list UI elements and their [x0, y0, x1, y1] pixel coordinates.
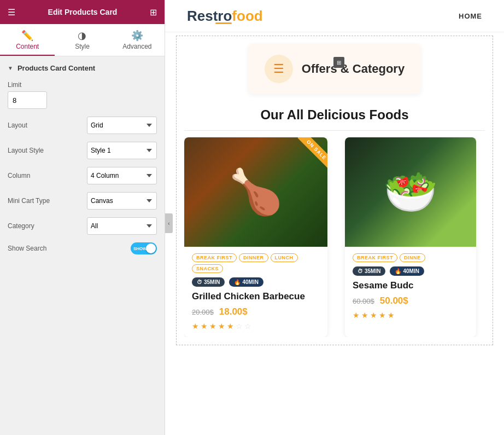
- on-sale-badge: ON SALE: [284, 137, 327, 181]
- product-meta-2: ⏱ 35MIN 🔥 40MIN: [353, 266, 468, 276]
- product-info-1: BREAK FIRST DINNER LUNCH SNACKS ⏱ 35MIN …: [184, 247, 327, 337]
- limit-field: Limit: [8, 81, 157, 109]
- layout-style-row: Layout Style Style 1 Style 2 Style 3: [8, 142, 157, 159]
- product-name-1: Grilled Chicken Barbecue: [192, 291, 320, 302]
- layout-label: Layout: [8, 121, 27, 129]
- product-stars-2: ★ ★ ★ ★ ★: [353, 311, 468, 320]
- offers-title: Offers & Category: [302, 62, 405, 76]
- column-row: Column 1 Column 2 Column 3 Column 4 Colu…: [8, 167, 157, 184]
- star-6-empty: ☆: [236, 322, 243, 330]
- panel-title: Edit Products Card: [48, 8, 118, 16]
- star-4: ★: [218, 322, 225, 330]
- tag-lunch: LUNCH: [271, 253, 298, 262]
- product-tags-1: BREAK FIRST DINNER LUNCH SNACKS: [192, 253, 320, 273]
- show-search-label: Show Search: [8, 245, 46, 252]
- offers-icon: ☰: [265, 55, 293, 83]
- collapse-arrow-icon: ‹: [168, 221, 169, 227]
- category-label: Category: [8, 222, 34, 230]
- section-main-title: Our All Delicious Foods: [184, 107, 485, 123]
- star-7-empty: ☆: [244, 322, 251, 330]
- section-toggle-arrow: ▼: [8, 65, 13, 71]
- section-divider: [184, 130, 485, 131]
- advanced-tab-label: Advanced: [122, 43, 151, 50]
- panel-content: ▼ Products Card Content Limit Layout Gri…: [0, 56, 165, 435]
- section-title: Products Card Content: [17, 64, 95, 72]
- tag-breakfirst-2: BREAK FIRST: [353, 253, 397, 262]
- star-2-1: ★: [353, 311, 360, 320]
- star-2-4: ★: [379, 311, 386, 320]
- column-label: Column: [8, 172, 30, 179]
- product-card-1: ON SALE BREAK FIRST DINNER LUNCH SNACKS …: [184, 137, 327, 337]
- price-new-1: 18.00$: [219, 306, 248, 317]
- product-stars-1: ★ ★ ★ ★ ★ ☆ ☆: [192, 322, 320, 330]
- time1-badge: ⏱ 35MIN: [192, 277, 225, 287]
- time2-badge: 🔥 40MIN: [229, 277, 263, 287]
- layout-row: Layout Grid List Masonry: [8, 117, 157, 134]
- limit-label: Limit: [8, 81, 157, 89]
- content-tab-label: Content: [16, 43, 39, 50]
- time1-badge-2: ⏱ 35MIN: [353, 266, 385, 276]
- list-icon: ☰: [273, 62, 284, 76]
- toggle-show-text: SHOW: [133, 246, 147, 251]
- panel-tabs: ✏️ Content ◑ Style ⚙️ Advanced: [0, 24, 165, 56]
- layout-style-select[interactable]: Style 1 Style 2 Style 3: [87, 142, 157, 159]
- star-2-3: ★: [370, 311, 377, 320]
- product-name-2: Sesame Budc: [353, 280, 468, 291]
- star-2: ★: [201, 322, 208, 330]
- product-tags-2: BREAK FIRST DINNE: [353, 253, 468, 262]
- panel-header: ☰ Edit Products Card ⊞: [0, 0, 165, 24]
- mini-cart-select[interactable]: Canvas Dropdown Modal: [87, 192, 157, 210]
- logo-text-1: Restro: [187, 8, 232, 24]
- layout-select[interactable]: Grid List Masonry: [87, 117, 157, 134]
- column-select[interactable]: 1 Column 2 Column 3 Column 4 Column: [87, 167, 157, 184]
- toggle-knob: [146, 243, 156, 253]
- price-new-2: 50.00$: [380, 295, 408, 306]
- limit-input[interactable]: [8, 91, 47, 109]
- tab-advanced[interactable]: ⚙️ Advanced: [110, 24, 165, 56]
- collapse-button[interactable]: ‹: [165, 213, 173, 233]
- mini-cart-label: Mini Cart Type: [8, 197, 50, 205]
- category-select[interactable]: All Dinner Lunch Breakfast: [87, 217, 157, 235]
- hamburger-icon[interactable]: ☰: [8, 7, 15, 18]
- right-panel: ⊞ Restrofood HOME ☰ Offers & Category Ou…: [165, 0, 504, 435]
- product-prices-1: 20.00$ 18.00$: [192, 306, 320, 317]
- time2-badge-2: 🔥 40MIN: [390, 266, 424, 276]
- elementor-move-handle[interactable]: ⊞: [333, 57, 344, 68]
- offers-card-wrap: ☰ Offers & Category: [184, 44, 485, 94]
- product-info-2: BREAK FIRST DINNE ⏱ 35MIN 🔥 40MIN Sesame…: [345, 247, 476, 326]
- product-image-2: [345, 137, 476, 247]
- star-1: ★: [192, 322, 199, 330]
- tag-snacks: SNACKS: [192, 264, 223, 273]
- tag-dinne-2: DINNE: [400, 253, 425, 262]
- on-sale-text: ON SALE: [297, 137, 327, 169]
- mini-cart-row: Mini Cart Type Canvas Dropdown Modal: [8, 192, 157, 210]
- layout-style-label: Layout Style: [8, 147, 44, 154]
- content-tab-icon: ✏️: [21, 30, 33, 42]
- offers-card: ☰ Offers & Category: [248, 44, 421, 94]
- products-row: ON SALE BREAK FIRST DINNER LUNCH SNACKS …: [184, 137, 485, 337]
- style-tab-label: Style: [75, 43, 90, 50]
- show-search-row: Show Search SHOW: [8, 242, 157, 254]
- product-prices-2: 60.00$ 50.00$: [353, 295, 468, 306]
- logo-text-2: food: [232, 8, 262, 24]
- left-panel: ☰ Edit Products Card ⊞ ✏️ Content ◑ Styl…: [0, 0, 165, 435]
- site-nav-home[interactable]: HOME: [459, 12, 482, 20]
- tab-content[interactable]: ✏️ Content: [0, 24, 55, 56]
- category-row: Category All Dinner Lunch Breakfast: [8, 217, 157, 235]
- star-3: ★: [209, 322, 216, 330]
- grid-icon[interactable]: ⊞: [150, 7, 157, 18]
- show-search-toggle[interactable]: SHOW: [131, 242, 157, 254]
- site-logo: Restrofood: [187, 8, 263, 24]
- advanced-tab-icon: ⚙️: [131, 30, 143, 42]
- section-header[interactable]: ▼ Products Card Content: [8, 64, 157, 72]
- section-title-area: Our All Delicious Foods: [184, 94, 485, 128]
- star-5: ★: [227, 322, 234, 330]
- product-image-wrap-2: [345, 137, 476, 247]
- product-meta-1: ⏱ 35MIN 🔥 40MIN: [192, 277, 320, 287]
- price-old-2: 60.00$: [353, 297, 374, 305]
- tab-style[interactable]: ◑ Style: [55, 24, 109, 56]
- tag-dinner: DINNER: [239, 253, 268, 262]
- dashed-section: ☰ Offers & Category Our All Delicious Fo…: [176, 36, 493, 345]
- product-card-2: BREAK FIRST DINNE ⏱ 35MIN 🔥 40MIN Sesame…: [345, 137, 476, 337]
- tag-breakfirst: BREAK FIRST: [192, 253, 237, 262]
